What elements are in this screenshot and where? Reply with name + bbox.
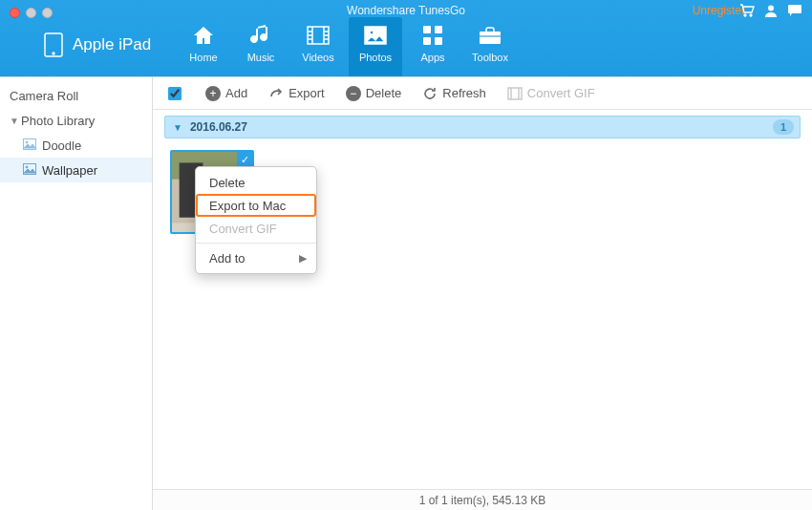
ctx-convert-gif: Convert GIF [196,217,316,240]
cart-icon[interactable] [739,4,755,20]
ctx-delete[interactable]: Delete [196,171,316,194]
toolbar-label: Export [288,86,325,100]
ctx-item-label: Delete [209,176,246,190]
chevron-right-icon: ▶ [299,252,307,265]
apps-icon [418,23,447,48]
user-icon[interactable] [764,4,778,20]
checkmark-icon: ✓ [237,152,252,167]
body: Camera Roll ▼ Photo Library Doodle Wallp… [0,76,812,510]
add-button[interactable]: + Add [205,86,247,101]
sidebar-item-label: Camera Roll [10,89,78,103]
sidebar-item-doodle[interactable]: Doodle [0,133,152,158]
toolbar-label: Add [225,86,247,100]
svg-point-24 [26,141,28,143]
group-count-badge: 1 [773,119,794,135]
toolbar: + Add Export − Delete Refresh Convert GI… [153,77,812,110]
ctx-item-label: Export to Mac [209,199,286,213]
svg-rect-19 [423,37,431,45]
svg-rect-3 [788,5,801,13]
app-header: Wondershare TunesGo Unregister Apple iPa… [0,0,812,76]
nav-videos[interactable]: Videos [291,17,345,76]
sidebar-item-label: Wallpaper [42,163,97,178]
nav-home-label: Home [189,52,217,63]
feedback-icon[interactable] [787,4,802,20]
videos-icon [304,23,332,48]
nav-music-label: Music [247,52,275,63]
nav-toolbox-label: Toolbox [472,52,508,63]
picture-icon [23,138,36,153]
device-name: Apple iPad [73,35,151,54]
svg-point-5 [53,53,54,54]
minus-icon: − [346,86,361,101]
unregister-link[interactable]: Unregister [693,4,745,17]
photos-icon [361,23,390,48]
film-icon [507,87,523,100]
ctx-add-to[interactable]: Add to ▶ [196,246,316,269]
sidebar-item-photo-library[interactable]: ▼ Photo Library [0,108,152,133]
ipad-icon [44,32,63,57]
sidebar: Camera Roll ▼ Photo Library Doodle Wallp… [0,77,153,510]
toolbox-icon [476,23,504,48]
home-icon [189,23,218,48]
nav-apps[interactable]: Apps [406,17,459,76]
toolbar-label: Convert GIF [527,86,595,100]
device-selector[interactable]: Apple iPad [44,32,151,57]
svg-rect-21 [480,32,501,44]
nav-music[interactable]: Music [234,17,288,76]
convert-gif-button: Convert GIF [507,86,595,100]
picture-icon [23,163,36,178]
ctx-item-label: Convert GIF [209,222,277,236]
sidebar-item-wallpaper[interactable]: Wallpaper [0,158,152,182]
svg-point-0 [744,14,746,16]
context-menu: Delete Export to Mac Convert GIF Add to … [195,166,317,274]
toolbar-label: Delete [366,86,402,100]
nav-toolbox[interactable]: Toolbox [463,17,517,76]
date-group-header[interactable]: ▼ 2016.06.27 1 [164,116,801,138]
sidebar-item-label: Photo Library [21,114,95,128]
main-panel: + Add Export − Delete Refresh Convert GI… [153,77,812,510]
main-nav: Home Music Videos Photos Apps [177,17,521,76]
export-icon [268,87,284,100]
menu-separator [196,243,316,244]
refresh-icon [422,86,438,101]
svg-rect-18 [435,26,442,33]
chevron-down-icon: ▼ [173,122,182,133]
status-bar: 1 of 1 item(s), 545.13 KB [153,489,812,510]
date-group-label: 2016.06.27 [190,120,247,134]
app-title: Wondershare TunesGo [0,4,812,17]
svg-point-16 [370,31,374,34]
plus-icon: + [205,86,221,101]
refresh-button[interactable]: Refresh [422,86,486,101]
chevron-down-icon: ▼ [10,116,19,126]
sidebar-item-label: Doodle [42,138,81,153]
svg-point-2 [768,6,774,11]
toolbar-label: Refresh [442,86,486,100]
select-all-checkbox[interactable] [168,87,182,100]
nav-videos-label: Videos [302,52,333,63]
nav-home[interactable]: Home [177,17,230,76]
header-icons [739,4,802,20]
svg-point-1 [750,14,752,16]
nav-photos-label: Photos [359,52,392,63]
svg-rect-20 [435,37,442,45]
nav-apps-label: Apps [420,52,444,63]
delete-button[interactable]: − Delete [346,86,402,101]
svg-rect-27 [508,88,522,99]
music-icon [246,23,275,48]
svg-rect-17 [423,26,431,33]
ctx-export-to-mac[interactable]: Export to Mac [196,194,316,217]
sidebar-item-camera-roll[interactable]: Camera Roll [0,83,152,108]
status-text: 1 of 1 item(s), 545.13 KB [419,494,546,507]
svg-point-26 [26,166,28,168]
export-button[interactable]: Export [268,86,325,100]
ctx-item-label: Add to [209,251,246,266]
nav-photos[interactable]: Photos [349,17,402,76]
